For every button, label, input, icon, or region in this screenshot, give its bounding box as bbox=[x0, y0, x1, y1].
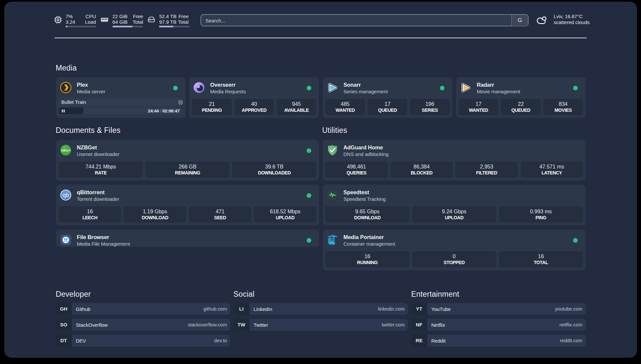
svg-text:qb: qb bbox=[63, 192, 69, 198]
svg-text:nzbget: nzbget bbox=[61, 149, 71, 152]
